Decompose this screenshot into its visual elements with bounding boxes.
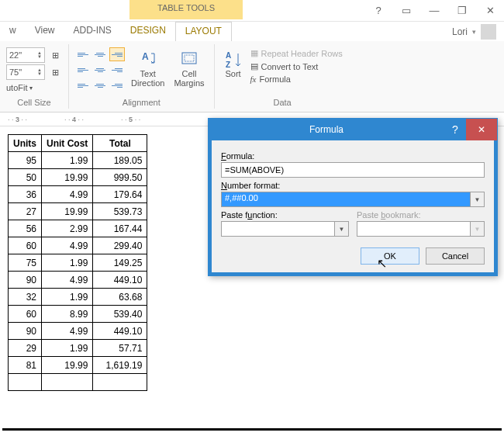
tab-layout[interactable]: LAYOUT (175, 22, 232, 41)
align-br[interactable] (109, 78, 125, 92)
dialog-titlebar[interactable]: Formula ? ✕ (209, 119, 497, 140)
table-cell[interactable]: 1.99 (42, 340, 93, 357)
table-row[interactable]: 751.99149.25 (9, 254, 147, 272)
pastefn-dropdown-icon[interactable]: ▼ (335, 221, 349, 237)
table-cell[interactable]: 167.44 (93, 220, 147, 237)
table-cell[interactable]: 56 (9, 220, 42, 237)
numfmt-dropdown-icon[interactable]: ▼ (471, 192, 485, 207)
formula-icon: fx (250, 74, 257, 84)
table-row[interactable]: 904.99449.10 (9, 272, 147, 289)
table-cell[interactable]: 81 (9, 357, 42, 374)
window-titlebar: ? ▭ — ❐ ✕ (0, 0, 504, 22)
numfmt-input[interactable]: #,##0.00 (221, 192, 471, 207)
dialog-close-icon[interactable]: ✕ (466, 119, 497, 140)
table-cell[interactable]: 1.99 (42, 152, 93, 169)
align-mc[interactable] (92, 63, 108, 77)
minimize-icon[interactable]: — (420, 2, 448, 20)
table-row[interactable]: 321.9963.68 (9, 289, 147, 306)
table-cell[interactable]: 2.99 (42, 220, 93, 237)
table-cell[interactable]: 95 (9, 152, 42, 169)
table-cell[interactable]: 4.99 (42, 272, 93, 289)
table-cell[interactable]: 4.99 (42, 237, 93, 254)
close-icon[interactable]: ✕ (476, 2, 504, 20)
table-cell[interactable]: 539.73 (93, 203, 147, 220)
svg-text:A: A (226, 51, 231, 60)
align-bl[interactable] (75, 78, 91, 92)
numfmt-label: Number format: (221, 181, 485, 190)
table-row[interactable]: 562.99167.44 (9, 220, 147, 237)
tab-design[interactable]: DESIGN (121, 22, 175, 41)
formula-label: Formula: (221, 151, 485, 161)
table-row[interactable]: 2719.99539.73 (9, 203, 147, 220)
autofit-button[interactable]: utoFit ▾ (6, 83, 45, 92)
table-cell[interactable]: 1.99 (42, 254, 93, 272)
table-cell[interactable]: 449.10 (93, 272, 147, 289)
account-area[interactable]: Lori ▾ (452, 22, 504, 41)
table-cell[interactable]: 60 (9, 237, 42, 254)
table-row[interactable]: 364.99179.64 (9, 186, 147, 203)
table-cell[interactable]: 299.40 (93, 237, 147, 254)
data-table[interactable]: Units Unit Cost Total 951.99189.055019.9… (8, 134, 147, 391)
restore-icon[interactable]: ❐ (448, 2, 476, 20)
row-height-input[interactable]: 22"▲▼ (6, 47, 45, 63)
ok-button[interactable]: OK (361, 247, 419, 265)
table-row[interactable]: 904.99449.10 (9, 323, 147, 340)
table-cell[interactable]: 189.05 (93, 152, 147, 169)
svg-rect-2 (185, 55, 194, 61)
distribute-rows-icon[interactable]: ⊞ (48, 47, 62, 63)
table-cell[interactable]: 57.71 (93, 340, 147, 357)
table-cell[interactable]: 63.68 (93, 289, 147, 306)
cell-margins-button[interactable]: Cell Margins (171, 47, 207, 89)
col-total: Total (93, 135, 147, 152)
align-mr[interactable] (109, 63, 125, 77)
table-row[interactable]: 8119.991,619.19 (9, 357, 147, 374)
tab-addins[interactable]: ADD-INS (64, 22, 120, 41)
align-bc[interactable] (92, 78, 108, 92)
align-tl[interactable] (75, 47, 91, 61)
table-cell[interactable]: 75 (9, 254, 42, 272)
table-cell[interactable]: 90 (9, 272, 42, 289)
table-cell[interactable]: 1.99 (42, 289, 93, 306)
table-cell[interactable]: 539.40 (93, 306, 147, 323)
distribute-cols-icon[interactable]: ⊞ (48, 64, 62, 80)
table-cell[interactable]: 32 (9, 289, 42, 306)
table-row[interactable]: 951.99189.05 (9, 152, 147, 169)
sort-button[interactable]: AZ Sort (221, 47, 246, 80)
table-row[interactable]: 604.99299.40 (9, 237, 147, 254)
dialog-help-icon[interactable]: ? (444, 123, 466, 136)
table-cell[interactable]: 1,619.19 (93, 357, 147, 374)
convert-to-text-button[interactable]: ▤Convert to Text (249, 61, 344, 72)
table-cell[interactable]: 4.99 (42, 323, 93, 340)
ribbon-options-icon[interactable]: ▭ (392, 2, 420, 20)
table-cell[interactable]: 29 (9, 340, 42, 357)
formula-input[interactable] (221, 162, 485, 178)
text-direction-button[interactable]: A Text Direction (128, 47, 167, 89)
table-cell[interactable]: 90 (9, 323, 42, 340)
table-cell[interactable]: 4.99 (42, 186, 93, 203)
table-cell[interactable]: 19.99 (42, 357, 93, 374)
align-tr[interactable] (109, 47, 125, 61)
table-cell[interactable]: 50 (9, 169, 42, 186)
col-width-input[interactable]: 75"▲▼ (6, 64, 45, 80)
table-row[interactable]: 291.9957.71 (9, 340, 147, 357)
table-cell[interactable]: 19.99 (42, 203, 93, 220)
table-cell[interactable]: 179.64 (93, 186, 147, 203)
help-icon[interactable]: ? (364, 2, 392, 20)
cancel-button[interactable]: Cancel (426, 247, 485, 265)
tab-view[interactable]: View (26, 22, 64, 41)
table-cell[interactable]: 60 (9, 306, 42, 323)
table-cell[interactable]: 19.99 (42, 169, 93, 186)
table-cell[interactable]: 149.25 (93, 254, 147, 272)
table-cell[interactable]: 8.99 (42, 306, 93, 323)
table-row[interactable]: 608.99539.40 (9, 306, 147, 323)
align-tc[interactable] (92, 47, 108, 61)
align-ml[interactable] (75, 63, 91, 77)
table-cell[interactable]: 27 (9, 203, 42, 220)
table-cell[interactable]: 999.50 (93, 169, 147, 186)
pastefn-input[interactable] (221, 221, 335, 237)
table-cell[interactable]: 449.10 (93, 323, 147, 340)
formula-button[interactable]: fxFormula (249, 74, 344, 85)
tab-partial[interactable]: w (0, 22, 26, 41)
table-cell[interactable]: 36 (9, 186, 42, 203)
table-row[interactable]: 5019.99999.50 (9, 169, 147, 186)
